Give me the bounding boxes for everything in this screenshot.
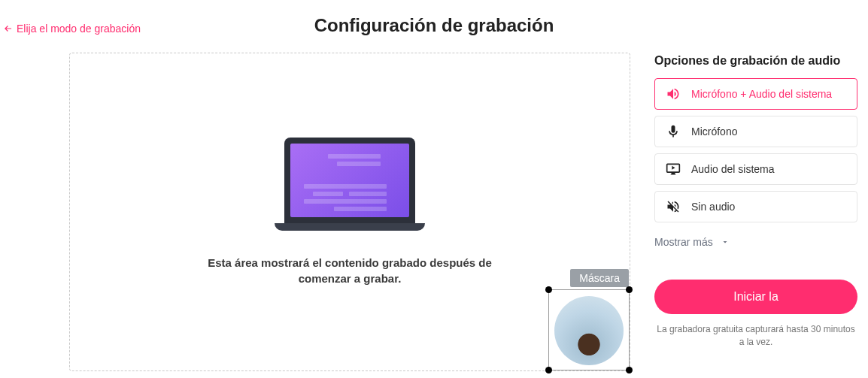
webcam-preview-circle (554, 296, 624, 365)
preview-placeholder-text: Esta área mostrará el contenido grabado … (207, 255, 493, 286)
option-microphone[interactable]: Micrófono (654, 116, 857, 147)
resize-handle-bottom-left[interactable] (545, 367, 552, 373)
option-label: Micrófono + Audio del sistema (691, 88, 832, 100)
sidebar-title: Opciones de grabación de audio (654, 54, 857, 68)
show-more-label: Mostrar más (654, 236, 713, 248)
option-no-audio[interactable]: Sin audio (654, 191, 857, 222)
audio-options-sidebar: Opciones de grabación de audio Micrófono… (654, 54, 857, 349)
option-label: Sin audio (691, 201, 735, 213)
free-limit-disclaimer: La grabadora gratuita capturará hasta 30… (654, 323, 857, 349)
speaker-icon (666, 86, 681, 101)
laptop-illustration (278, 138, 421, 235)
recording-preview-area: Esta área mostrará el contenido grabado … (69, 53, 630, 371)
option-system-audio[interactable]: Audio del sistema (654, 153, 857, 185)
option-label: Micrófono (691, 125, 737, 138)
page-title: Configuración de grabación (0, 15, 868, 36)
show-more-toggle[interactable]: Mostrar más (654, 236, 857, 248)
option-label: Audio del sistema (691, 163, 775, 175)
monitor-audio-icon (666, 162, 681, 177)
webcam-overlay[interactable]: Máscara (548, 289, 630, 370)
resize-handle-bottom-right[interactable] (626, 367, 633, 373)
microphone-icon (666, 124, 681, 139)
resize-handle-top-left[interactable] (545, 286, 552, 293)
option-mic-plus-system[interactable]: Micrófono + Audio del sistema (654, 78, 857, 110)
start-recording-button[interactable]: Iniciar la (654, 280, 857, 314)
resize-handle-top-right[interactable] (626, 286, 633, 293)
chevron-down-icon (721, 237, 730, 246)
mask-button[interactable]: Máscara (570, 269, 629, 287)
speaker-mute-icon (666, 199, 681, 214)
